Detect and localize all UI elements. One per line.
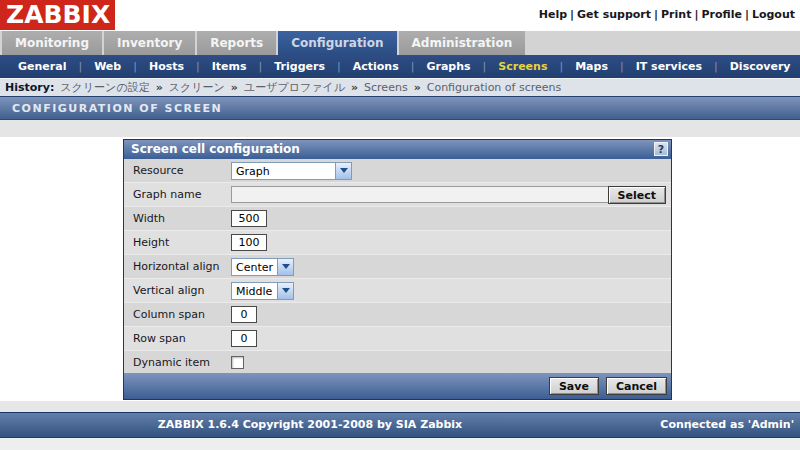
resource-row: Resource Graph <box>124 159 671 183</box>
select-button[interactable]: Select <box>608 186 666 204</box>
column-span-input[interactable] <box>231 306 257 323</box>
chevron-down-icon <box>335 163 351 179</box>
separator: | <box>483 60 487 73</box>
history-link-3[interactable]: ユーザプロファイル <box>244 80 345 95</box>
help-icon[interactable]: ? <box>654 142 668 156</box>
profile-link[interactable]: Profile <box>701 8 741 21</box>
screen-cell-dialog: Screen cell configuration ? Resource Gra… <box>123 139 672 400</box>
submenu-actions[interactable]: Actions <box>349 60 403 73</box>
connected-as-text: Connected as 'Admin' <box>660 413 794 437</box>
dynamic-item-row: Dynamic item <box>124 351 671 375</box>
separator: | <box>78 60 82 73</box>
submenu-triggers[interactable]: Triggers <box>270 60 329 73</box>
vertical-align-select-value: Middle <box>232 283 277 299</box>
submenu-web[interactable]: Web <box>90 60 125 73</box>
height-label: Height <box>124 236 231 249</box>
submenu-maps[interactable]: Maps <box>571 60 612 73</box>
help-link[interactable]: Help <box>539 8 567 21</box>
tab-reports[interactable]: Reports <box>197 31 276 55</box>
horizontal-align-select-value: Center <box>232 259 277 275</box>
separator: | <box>694 8 698 21</box>
row-span-label: Row span <box>124 332 231 345</box>
chevron-down-icon <box>277 283 293 299</box>
separator: | <box>570 8 574 21</box>
dynamic-item-checkbox[interactable] <box>231 356 244 369</box>
get-support-link[interactable]: Get support <box>577 8 651 21</box>
content-area: Screen cell configuration ? Resource Gra… <box>0 137 800 401</box>
spacer <box>0 401 800 412</box>
row-span-row: Row span <box>124 327 671 351</box>
tab-monitoring[interactable]: Monitoring <box>2 31 102 55</box>
zabbix-app: ZABBIX Help|Get support|Print|Profile|Lo… <box>0 0 800 450</box>
history-link-1[interactable]: スクリーンの設定 <box>60 80 149 95</box>
separator: » <box>351 81 358 94</box>
submenu-graphs[interactable]: Graphs <box>422 60 474 73</box>
vertical-align-label: Vertical align <box>124 284 231 297</box>
breadcrumb: History: スクリーンの設定» スクリーン» ユーザプロファイル» Scr… <box>0 78 800 97</box>
separator: | <box>259 60 263 73</box>
tab-configuration[interactable]: Configuration <box>278 31 396 55</box>
footer-bar: ZABBIX 1.6.4 Copyright 2001-2008 by SIA … <box>0 412 800 438</box>
save-button[interactable]: Save <box>549 377 599 395</box>
sub-menu: General| Web| Hosts| Items| Triggers| Ac… <box>0 55 800 78</box>
submenu-it-services[interactable]: IT services <box>632 60 706 73</box>
cancel-button[interactable]: Cancel <box>606 377 667 395</box>
graph-name-label: Graph name <box>124 188 231 201</box>
chevron-down-icon <box>277 259 293 275</box>
dialog-title: Screen cell configuration <box>131 142 300 156</box>
copyright-text: ZABBIX 1.6.4 Copyright 2001-2008 by SIA … <box>0 413 620 437</box>
history-link-2[interactable]: スクリーン <box>169 80 225 95</box>
print-link[interactable]: Print <box>661 8 691 21</box>
column-span-row: Column span <box>124 303 671 327</box>
history-label: History: <box>5 81 54 94</box>
horizontal-align-select[interactable]: Center <box>231 258 294 276</box>
main-menu: Monitoring Inventory Reports Configurati… <box>0 31 800 55</box>
separator: | <box>559 60 563 73</box>
dialog-title-bar: Screen cell configuration ? <box>124 140 671 159</box>
separator: | <box>745 8 749 21</box>
row-span-input[interactable] <box>231 330 257 347</box>
width-input[interactable] <box>231 210 267 227</box>
vertical-align-row: Vertical align Middle <box>124 279 671 303</box>
zabbix-logo: ZABBIX <box>0 0 115 30</box>
graph-name-row: Graph name Select <box>124 183 671 207</box>
spacer <box>0 438 800 450</box>
height-row: Height <box>124 231 671 255</box>
history-link-5[interactable]: Configuration of screens <box>427 81 562 94</box>
width-row: Width <box>124 207 671 231</box>
history-link-4[interactable]: Screens <box>364 81 408 94</box>
separator: | <box>411 60 415 73</box>
submenu-general[interactable]: General <box>14 60 70 73</box>
horizontal-align-label: Horizontal align <box>124 260 231 273</box>
submenu-items[interactable]: Items <box>208 60 251 73</box>
resource-select[interactable]: Graph <box>231 162 352 180</box>
dynamic-item-label: Dynamic item <box>124 356 231 369</box>
height-input[interactable] <box>231 234 267 251</box>
vertical-align-select[interactable]: Middle <box>231 282 294 300</box>
top-links: Help|Get support|Print|Profile|Logout <box>539 8 795 21</box>
graph-name-input[interactable] <box>231 186 611 203</box>
separator: » <box>414 81 421 94</box>
dialog-footer-bar: Save Cancel <box>124 373 671 399</box>
resource-label: Resource <box>124 164 231 177</box>
top-bar: ZABBIX Help|Get support|Print|Profile|Lo… <box>0 0 800 31</box>
horizontal-align-row: Horizontal align Center <box>124 255 671 279</box>
separator: | <box>133 60 137 73</box>
separator: | <box>620 60 624 73</box>
tab-administration[interactable]: Administration <box>399 31 526 55</box>
resource-select-value: Graph <box>232 163 335 179</box>
separator: » <box>231 81 238 94</box>
separator: | <box>654 8 658 21</box>
separator: | <box>196 60 200 73</box>
page-title: CONFIGURATION OF SCREEN <box>0 97 800 120</box>
width-label: Width <box>124 212 231 225</box>
submenu-hosts[interactable]: Hosts <box>145 60 188 73</box>
separator: | <box>337 60 341 73</box>
submenu-screens[interactable]: Screens <box>494 60 551 73</box>
tab-inventory[interactable]: Inventory <box>104 31 195 55</box>
column-span-label: Column span <box>124 308 231 321</box>
separator: » <box>156 81 163 94</box>
logout-link[interactable]: Logout <box>752 8 795 21</box>
separator: | <box>714 60 718 73</box>
submenu-discovery[interactable]: Discovery <box>726 60 795 73</box>
